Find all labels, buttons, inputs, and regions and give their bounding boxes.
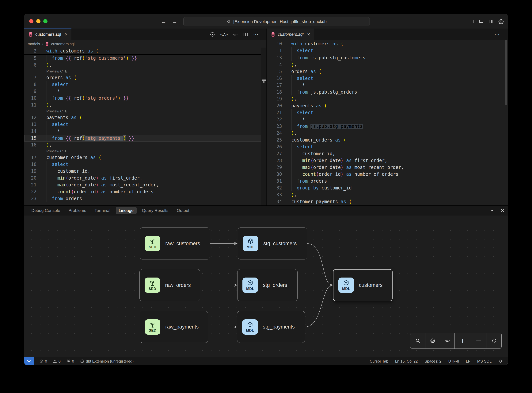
close-icon[interactable]: ✕	[307, 32, 310, 37]
scrollbar-handle[interactable]	[262, 79, 266, 81]
language-mode[interactable]: MS SQL	[477, 359, 492, 364]
close-window-button[interactable]	[29, 19, 34, 23]
source-editor-line-7[interactable]: 7orders as (	[24, 74, 266, 81]
lineage-node-customers[interactable]: MDLcustomers	[333, 269, 393, 301]
compiled-editor-line-14[interactable]: 14),	[267, 61, 508, 68]
compiled-editor-line-31[interactable]: 31 from orders	[267, 178, 508, 185]
zoom-out-icon[interactable]: −	[476, 337, 482, 344]
eye-icon[interactable]	[444, 338, 450, 344]
ports-count[interactable]: 0	[66, 359, 74, 364]
codelens-preview-cte[interactable]: Preview CTE	[24, 148, 266, 154]
cursor-position[interactable]: Ln 15, Col 22	[395, 359, 418, 364]
forward-icon[interactable]: →	[172, 18, 177, 25]
codelens-preview-cte[interactable]: Preview CTE	[24, 108, 266, 114]
tab-customers-sql-right[interactable]: customers.sql ✕	[267, 29, 314, 40]
lineage-node-stg_customers[interactable]: MDLstg_customers	[238, 227, 307, 260]
back-icon[interactable]: ←	[161, 18, 166, 25]
toggle-sidebar-left-icon[interactable]	[469, 19, 474, 24]
panel-tab-lineage[interactable]: Lineage	[116, 207, 137, 214]
cursor-tab[interactable]: Cursor Tab	[370, 359, 388, 364]
source-editor-line-18[interactable]: 18 select	[24, 161, 266, 168]
source-editor-line-8[interactable]: 8 select	[24, 81, 266, 88]
source-editor-line-20[interactable]: 20 min(order_date) as first_order,	[24, 175, 266, 182]
source-editor-line-2[interactable]: 2with customers as (	[24, 48, 266, 54]
zoom-window-button[interactable]	[43, 19, 48, 23]
warnings-count[interactable]: 0	[53, 359, 61, 364]
dbt-extension-status[interactable]: dbt Extension (unregistered)	[80, 359, 134, 364]
compiled-editor-line-23[interactable]: 23 from js.pub.stg_payments	[267, 123, 508, 130]
lineage-node-raw_customers[interactable]: SEDraw_customers	[140, 227, 210, 260]
source-editor-line-12[interactable]: 12payments as (	[24, 114, 266, 121]
source-editor-line-11[interactable]: 11),	[24, 102, 266, 108]
source-editor-line-17[interactable]: 17customer_orders as (	[24, 154, 266, 161]
source-editor-line-15[interactable]: 15 from {{ ref('stg_payments') }}	[24, 135, 266, 142]
compiled-editor-line-15[interactable]: 15orders as (	[267, 68, 508, 75]
source-editor-line-19[interactable]: 19 customer_id,	[24, 168, 266, 175]
indentation[interactable]: Spaces: 2	[424, 359, 441, 364]
panel-tab-problems[interactable]: Problems	[66, 207, 89, 214]
notifications-bell[interactable]	[498, 359, 503, 364]
compiled-editor-line-27[interactable]: 27 customer_id,	[267, 150, 508, 157]
compiled-code-icon[interactable]: </>	[220, 32, 228, 37]
compiled-editor-line-11[interactable]: 11 select	[267, 47, 508, 54]
compiled-editor-line-30[interactable]: 30 count(order_id) as number_of_orders	[267, 171, 508, 178]
editor-scrollbar[interactable]	[505, 40, 507, 105]
source-editor-line-5[interactable]: 5 from {{ ref('stg_customers') }}	[24, 55, 266, 62]
compiled-editor-line-10[interactable]: 10with customers as (	[267, 40, 508, 47]
compiled-editor-line-25[interactable]: 25customer_orders as (	[267, 137, 508, 143]
panel-tab-query-results[interactable]: Query Results	[139, 207, 171, 214]
panel-tab-terminal[interactable]: Terminal	[91, 207, 113, 214]
more-actions-icon[interactable]: ⋯	[494, 31, 500, 38]
source-editor-line-21[interactable]: 21 max(order_date) as most_recent_order,	[24, 182, 266, 188]
compiled-editor-line-21[interactable]: 21 select	[267, 109, 508, 116]
panel-tab-debug-console[interactable]: Debug Console	[28, 207, 63, 214]
compiled-editor-line-29[interactable]: 29 max(order_date) as most_recent_order,	[267, 164, 508, 171]
search-icon[interactable]	[415, 338, 421, 344]
scrollbar-handle-stem[interactable]	[263, 81, 264, 83]
source-editor-line-22[interactable]: 22 count(order_id) as number_of_orders	[24, 188, 266, 195]
encoding[interactable]: UTF-8	[448, 359, 459, 364]
close-icon[interactable]: ✕	[65, 32, 68, 37]
eol[interactable]: LF	[466, 359, 470, 364]
tab-customers-sql-left[interactable]: customers.sql ✕	[24, 29, 72, 40]
compiled-editor-line-34[interactable]: 34customer_payments as (	[267, 198, 508, 205]
minimize-window-button[interactable]	[36, 19, 40, 23]
more-actions-icon[interactable]: ⋯	[253, 31, 259, 38]
codelens-preview-cte[interactable]: Preview CTE	[24, 69, 266, 74]
toggle-sidebar-right-icon[interactable]	[489, 19, 494, 24]
refresh-icon[interactable]	[491, 338, 497, 344]
source-editor-line-23[interactable]: 23 from orders	[24, 195, 266, 202]
compiled-editor-line-24[interactable]: 24),	[267, 130, 508, 137]
lineage-node-raw_orders[interactable]: SEDraw_orders	[139, 269, 200, 301]
split-editor-icon[interactable]	[243, 32, 248, 37]
lineage-node-stg_payments[interactable]: MDLstg_payments	[237, 311, 305, 343]
compiled-editor-line-18[interactable]: 18 from js.pub.stg_orders	[267, 89, 508, 95]
compiled-editor-line-22[interactable]: 22 *	[267, 116, 508, 123]
compiled-editor-line-20[interactable]: 20payments as (	[267, 102, 508, 109]
compiled-editor-line-17[interactable]: 17 *	[267, 82, 508, 89]
source-editor-line-9[interactable]: 9 *	[24, 88, 266, 95]
panel-tab-output[interactable]: Output	[174, 207, 192, 214]
source-editor-line-6[interactable]: 6),	[24, 62, 266, 69]
breadcrumb-file[interactable]: customers.sql	[51, 42, 74, 46]
lineage-node-raw_payments[interactable]: SEDraw_payments	[140, 311, 208, 343]
breadcrumb-folder[interactable]: models	[28, 42, 40, 46]
compiled-editor-line-19[interactable]: 19),	[267, 95, 508, 102]
source-editor-line-13[interactable]: 13 select	[24, 121, 266, 128]
compiled-editor-line-32[interactable]: 32 group by customer_id	[267, 185, 508, 191]
lineage-node-stg_orders[interactable]: MDLstg_orders	[237, 269, 297, 301]
dbt-run-icon[interactable]	[210, 32, 215, 37]
command-center-search[interactable]: [Extension Development Host] jaffle_shop…	[183, 17, 370, 26]
toggle-panel-icon[interactable]	[479, 19, 484, 24]
source-editor-line-16[interactable]: 16),	[24, 142, 266, 148]
zoom-in-icon[interactable]: +	[460, 337, 466, 344]
lineage-canvas[interactable]: +− SEDraw_customersMDLstg_customersSEDra…	[24, 216, 508, 357]
compiled-editor-line-16[interactable]: 16 select	[267, 75, 508, 82]
source-editor-line-14[interactable]: 14 *	[24, 128, 266, 135]
close-panel-icon[interactable]	[500, 208, 505, 213]
breadcrumb[interactable]: models › customers.sql	[24, 40, 266, 48]
errors-count[interactable]: 0	[39, 359, 47, 364]
remote-indicator[interactable]: ><	[24, 357, 34, 365]
compiled-editor-line-28[interactable]: 28 min(order_date) as first_order,	[267, 157, 508, 164]
editor-scrollbar[interactable]	[261, 48, 266, 206]
